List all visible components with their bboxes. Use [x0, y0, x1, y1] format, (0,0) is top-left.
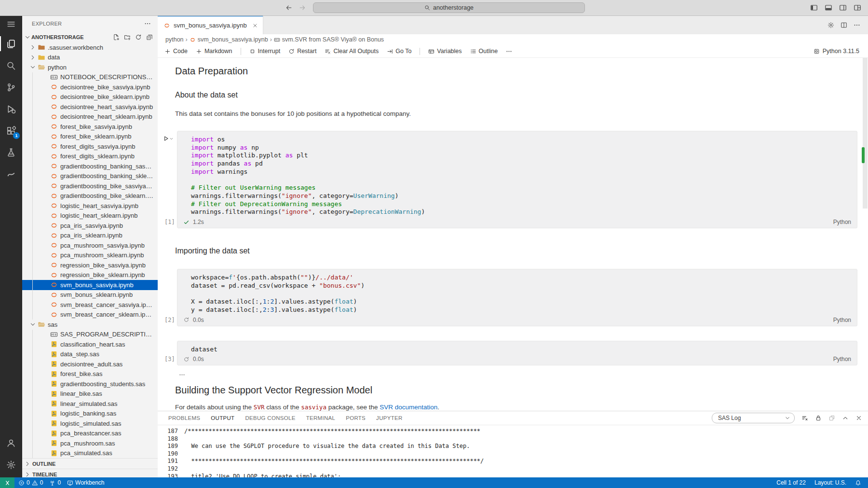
breadcrumb-item[interactable]: svm_bonus_sasviya.ipynb [190, 36, 268, 43]
tree-item-gradientboosting_bike_sasviya.ipynb[interactable]: gradientboosting_bike_sasviya.ipynb [22, 181, 158, 191]
activity-item-source-control[interactable] [0, 76, 22, 98]
toggle-primary-sidebar-icon[interactable] [810, 4, 818, 12]
cell-indicator[interactable]: Cell 1 of 22 [776, 479, 806, 486]
panel-tab-ports[interactable]: PORTS [346, 411, 366, 425]
toolbar-more-button[interactable] [506, 48, 512, 55]
tree-item-pca_iris_sklearn.ipynb[interactable]: pca_iris_sklearn.ipynb [22, 231, 158, 241]
toolbar-variables-button[interactable]: Variables [428, 48, 461, 55]
workbench-status[interactable]: Workbench [67, 479, 104, 486]
tree-item-gradientboosting_banking_sasviya.ipynb[interactable]: gradientboosting_banking_sasviya.ipynb [22, 161, 158, 171]
markdown-cell[interactable]: Data PreparationAbout the data setThis d… [175, 65, 868, 118]
new-folder-icon[interactable] [124, 34, 131, 41]
toggle-panel-icon[interactable] [825, 4, 832, 12]
sidebar-section-outline[interactable]: OUTLINE [22, 458, 158, 469]
markdown-cell[interactable]: Importing the data set [175, 246, 868, 256]
clear-output-icon[interactable] [801, 415, 808, 421]
toolbar-interrupt-button[interactable]: Interrupt [249, 48, 281, 55]
split-editor-icon[interactable] [841, 22, 847, 28]
new-file-icon[interactable] [113, 34, 120, 41]
breadcrumb-item[interactable]: svm.SVR from SAS® Viya® on Bonus [274, 36, 384, 43]
panel-tab-debug-console[interactable]: DEBUG CONSOLE [245, 411, 295, 425]
activity-item-testing[interactable] [0, 141, 22, 163]
back-icon[interactable] [285, 4, 292, 11]
activity-item-run-and-debug[interactable] [0, 98, 22, 120]
tree-item-data[interactable]: data [22, 53, 158, 63]
ports-status[interactable]: 0 [49, 479, 61, 486]
tree-item-SAS_PROGRAM_DESCRIPTIONS.md[interactable]: SAS_PROGRAM_DESCRIPTIONS.md [22, 330, 158, 340]
tree-item-gradientboosting_students.sas[interactable]: gradientboosting_students.sas [22, 379, 158, 389]
lock-icon[interactable] [815, 415, 822, 421]
editor-settings-icon[interactable] [827, 22, 834, 28]
tree-item-svm_breast_cancer_sasviya.ipynb[interactable]: svm_breast_cancer_sasviya.ipynb [22, 300, 158, 310]
tree-item-classification_heart.sas[interactable]: classification_heart.sas [22, 339, 158, 349]
panel-tab-terminal[interactable]: TERMINAL [306, 411, 336, 425]
activity-item-menu[interactable] [0, 15, 22, 33]
tree-item-forest_bike.sas[interactable]: forest_bike.sas [22, 369, 158, 379]
cell-language[interactable]: Python [833, 356, 851, 363]
tree-item-decisiontree_bike_sklearn.ipynb[interactable]: decisiontree_bike_sklearn.ipynb [22, 92, 158, 102]
activity-item-explorer[interactable] [0, 33, 22, 55]
close-tab-icon[interactable] [252, 23, 258, 28]
activity-item-extensions[interactable]: 1 [0, 120, 22, 141]
workspace-section[interactable]: ANOTHERSTORAGE [22, 32, 158, 42]
tree-item-linear_bike.sas[interactable]: linear_bike.sas [22, 389, 158, 399]
tree-item-pca_breastcancer.sas[interactable]: pca_breastcancer.sas [22, 429, 158, 439]
toolbar-outline-button[interactable]: Outline [470, 48, 498, 55]
tree-item-svm_bonus_sklearn.ipynb[interactable]: svm_bonus_sklearn.ipynb [22, 290, 158, 300]
command-center-search[interactable]: anotherstorage [313, 2, 585, 13]
toolbar-restart-button[interactable]: Restart [288, 48, 316, 55]
tree-item-logistic_heart_sklearn.ipynb[interactable]: logistic_heart_sklearn.ipynb [22, 211, 158, 221]
tree-item-regression_bike_sasviya.ipynb[interactable]: regression_bike_sasviya.ipynb [22, 260, 158, 270]
tree-item-gradientboosting_banking_sklearn.ipynb[interactable]: gradientboosting_banking_sklearn.ipynb [22, 171, 158, 181]
tree-item-forest_digits_sasviya.ipynb[interactable]: forest_digits_sasviya.ipynb [22, 141, 158, 152]
cell-language[interactable]: Python [833, 219, 851, 225]
open-output-in-editor-icon[interactable] [828, 415, 835, 421]
tree-item-svm_breast_cancer_sklearn.ipynb[interactable]: svm_breast_cancer_sklearn.ipynb [22, 310, 158, 320]
maximize-panel-icon[interactable] [842, 415, 849, 421]
tree-item-logistic_banking.sas[interactable]: logistic_banking.sas [22, 409, 158, 419]
tree-item-pca_simulated.sas[interactable]: pca_simulated.sas [22, 448, 158, 459]
toolbar-clear-all-outputs-button[interactable]: Clear All Outputs [325, 48, 379, 55]
tree-item-linear_simulated.sas[interactable]: linear_simulated.sas [22, 399, 158, 409]
tree-item-NOTEBOOK_DESCRIPTIONS.md[interactable]: NOTEBOOK_DESCRIPTIONS.md [22, 72, 158, 83]
tree-item-logistic_heart_sasviya.ipynb[interactable]: logistic_heart_sasviya.ipynb [22, 201, 158, 211]
code-cell[interactable]: dataset[3]0.0sPython [177, 341, 857, 366]
forward-icon[interactable] [299, 4, 306, 11]
tree-item-.sasuser.workbench[interactable]: .sasuser.workbench [22, 42, 158, 53]
tree-item-logistic_simulated.sas[interactable]: logistic_simulated.sas [22, 418, 158, 429]
cell-language[interactable]: Python [833, 317, 851, 323]
run-cell-button[interactable] [163, 135, 174, 142]
tree-item-gradientboosting_bike_sklearn.ipynb[interactable]: gradientboosting_bike_sklearn.ipynb [22, 191, 158, 201]
panel-tab-jupyter[interactable]: JUPYTER [376, 411, 403, 425]
customize-layout-icon[interactable] [854, 4, 861, 12]
activity-item-search[interactable] [0, 55, 22, 76]
toolbar-code-button[interactable]: Code [164, 48, 188, 55]
breadcrumb-item[interactable]: python [165, 36, 184, 43]
code-cell[interactable]: workspace=f'{os.path.abspath("")}/../dat… [177, 269, 857, 326]
panel-tab-output[interactable]: OUTPUT [211, 411, 234, 425]
doc-link[interactable]: SVR documentation [380, 404, 437, 411]
tree-item-data_step.sas[interactable]: data_step.sas [22, 349, 158, 360]
layout-indicator[interactable]: Layout: U.S. [814, 479, 846, 486]
tree-item-decisiontree_adult.sas[interactable]: decisiontree_adult.sas [22, 359, 158, 369]
toolbar-markdown-button[interactable]: Markdown [196, 48, 232, 55]
tree-item-svm_bonus_sasviya.ipynb[interactable]: svm_bonus_sasviya.ipynb [22, 280, 158, 290]
tab-svm-bonus-sasviya[interactable]: svm_bonus_sasviya.ipynb [158, 15, 263, 34]
tree-item-forest_bike_sasviya.ipynb[interactable]: forest_bike_sasviya.ipynb [22, 122, 158, 132]
activity-item-accounts[interactable] [0, 432, 22, 454]
scrollbar[interactable] [863, 58, 868, 209]
activity-item-sas-extension[interactable] [0, 163, 22, 185]
kernel-picker[interactable]: Python 3.11.5 [814, 48, 868, 55]
rerun-icon[interactable] [183, 317, 190, 323]
tree-item-forest_digits_sklearn.ipynb[interactable]: forest_digits_sklearn.ipynb [22, 152, 158, 162]
close-panel-icon[interactable] [855, 415, 862, 421]
cell-more-indicator[interactable] [179, 371, 868, 378]
refresh-icon[interactable] [135, 34, 142, 41]
output-channel-select[interactable]: SAS Log [712, 413, 795, 423]
panel-tab-problems[interactable]: PROBLEMS [168, 411, 200, 425]
tree-item-sas[interactable]: sas [22, 320, 158, 330]
rerun-icon[interactable] [183, 356, 190, 363]
tree-item-python[interactable]: python [22, 62, 158, 72]
tree-item-decisiontree_bike_sasviya.ipynb[interactable]: decisiontree_bike_sasviya.ipynb [22, 82, 158, 92]
activity-item-settings[interactable] [0, 454, 22, 475]
